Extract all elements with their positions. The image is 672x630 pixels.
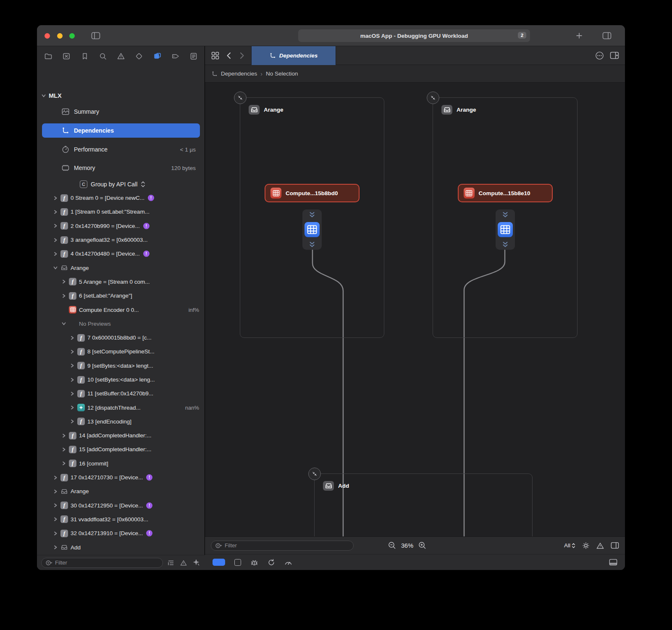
bookmark-icon[interactable] xyxy=(79,50,91,63)
issues-filter-icon[interactable] xyxy=(179,558,188,567)
tree-row[interactable]: f9 [setBytes:<data> lengt... xyxy=(37,359,205,373)
collapse-group-icon[interactable] xyxy=(427,91,439,104)
disclosure-chevron[interactable] xyxy=(53,209,58,214)
new-tab-button[interactable] xyxy=(574,31,585,41)
disclosure-chevron[interactable] xyxy=(41,93,46,98)
sidebar-item-performance[interactable]: Performance < 1 µs xyxy=(42,142,200,157)
more-options-icon[interactable] xyxy=(595,51,604,60)
flatten-list-icon[interactable] xyxy=(166,558,176,567)
settings-gear-icon[interactable] xyxy=(582,542,590,549)
test-diamond-icon[interactable] xyxy=(133,50,145,63)
tree-row[interactable]: f15 [addCompletedHandler:... xyxy=(37,442,205,456)
tree-row[interactable]: f31 vvaddfloat32 = [0x600003... xyxy=(37,512,205,526)
group-box-add[interactable]: Add xyxy=(314,473,533,536)
disclosure-chevron[interactable] xyxy=(61,433,66,438)
tree-row[interactable]: f1 [Stream 0 setLabel:"Stream... xyxy=(37,205,205,219)
tree-row[interactable]: f8 [setComputePipelineSt... xyxy=(37,345,205,358)
double-chevron-down-icon[interactable] xyxy=(502,212,509,218)
toggle-sidebar-icon[interactable] xyxy=(90,31,101,41)
runtime-warning-icon[interactable]: ! xyxy=(146,474,152,481)
disclosure-chevron[interactable] xyxy=(70,349,75,354)
gpu-trace-icon[interactable] xyxy=(151,50,164,63)
tree-row[interactable]: f7 0x6000015b8bd0 = [c... xyxy=(37,331,205,345)
disclosure-chevron[interactable] xyxy=(70,419,75,424)
tag-icon[interactable] xyxy=(169,50,182,63)
disclosure-chevron[interactable] xyxy=(53,238,58,243)
tree-row[interactable]: f6 [setLabel:"Arange"] xyxy=(37,289,205,303)
issues-warning-icon[interactable] xyxy=(596,542,604,549)
compute-node[interactable]: Compute...15b8bd0 xyxy=(265,184,360,202)
buffer-grid-icon[interactable] xyxy=(304,222,320,237)
tree-row[interactable]: f17 0x142710730 = [Device...! xyxy=(37,471,205,484)
disclosure-chevron[interactable] xyxy=(53,475,58,480)
close-window-button[interactable] xyxy=(45,33,50,39)
tree-row[interactable]: No Previews xyxy=(37,317,205,331)
group-by-api-call-control[interactable]: C Group by API Call xyxy=(42,177,200,191)
runtime-warning-icon[interactable]: ! xyxy=(143,223,150,229)
tree-row[interactable]: f5 Arange = [Stream 0 com... xyxy=(37,275,205,289)
canvas-filter-input[interactable]: Filter xyxy=(211,541,354,551)
runtime-warning-icon[interactable]: ! xyxy=(143,251,150,257)
disclosure-chevron[interactable] xyxy=(53,251,58,256)
clear-square-icon[interactable] xyxy=(60,50,73,63)
tree-row[interactable]: Add xyxy=(37,540,205,554)
window-title-pill[interactable]: macOS App - Debugging GPU Workload 2 xyxy=(298,29,530,42)
tab-dependencies[interactable]: Dependencies xyxy=(251,46,336,65)
tree-row[interactable]: f2 0x14270b990 = [Device...! xyxy=(37,219,205,233)
breadcrumb-item[interactable]: Dependencies xyxy=(221,71,257,77)
debug-bug-icon[interactable] xyxy=(250,559,258,566)
collapse-group-icon[interactable] xyxy=(308,468,321,480)
group-box-arange-1[interactable]: Arange Compute...15b8bd0 xyxy=(240,97,384,338)
disclosure-chevron[interactable] xyxy=(61,447,66,452)
buffer-grid-icon[interactable] xyxy=(498,222,513,237)
disclosure-chevron[interactable] xyxy=(61,461,66,466)
sidebar-item-dependencies[interactable]: Dependencies xyxy=(42,123,200,138)
sidebar-item-summary[interactable]: Summary xyxy=(42,104,200,119)
runtime-warning-icon[interactable]: ! xyxy=(146,502,152,509)
disclosure-chevron[interactable] xyxy=(61,293,66,298)
tree-row[interactable]: f4 0x14270d480 = [Device...! xyxy=(37,247,205,261)
zoom-window-button[interactable] xyxy=(69,33,75,39)
disclosure-chevron[interactable] xyxy=(53,531,58,536)
bottom-panel-toggle-icon[interactable] xyxy=(609,559,617,566)
zoom-level[interactable]: 36% xyxy=(401,542,413,549)
disclosure-chevron[interactable] xyxy=(53,223,58,228)
tree-row[interactable]: f14 [addCompletedHandler:... xyxy=(37,429,205,442)
disclosure-chevron[interactable] xyxy=(53,489,58,494)
disclosure-chevron[interactable] xyxy=(70,377,75,382)
disclosure-chevron[interactable] xyxy=(61,279,66,284)
runtime-warning-icon[interactable]: ! xyxy=(148,195,154,201)
zoom-in-icon[interactable] xyxy=(418,541,426,549)
runtime-issues-icon[interactable] xyxy=(192,558,201,567)
restart-icon[interactable] xyxy=(268,559,275,566)
issues-icon[interactable] xyxy=(115,50,127,63)
disclosure-chevron[interactable] xyxy=(53,503,58,508)
sidebar-filter-input[interactable]: Filter xyxy=(41,558,163,568)
graph-view-button[interactable] xyxy=(213,559,225,566)
double-chevron-down-icon[interactable] xyxy=(309,212,315,218)
tree-row[interactable]: f32 0x142713910 = [Device...! xyxy=(37,526,205,540)
folder-icon[interactable] xyxy=(42,50,55,63)
scope-selector[interactable]: All xyxy=(564,542,575,549)
tree-row[interactable]: f13 [endEncoding] xyxy=(37,415,205,429)
disclosure-chevron[interactable] xyxy=(70,405,75,410)
tree-row[interactable]: f30 0x142712950 = [Device...! xyxy=(37,499,205,512)
tree-row[interactable]: Arange xyxy=(37,261,205,274)
search-icon[interactable] xyxy=(97,50,109,63)
tree-row[interactable]: 12 [dispatchThread...nan% xyxy=(37,400,205,414)
double-chevron-down-icon[interactable] xyxy=(502,241,509,248)
tree-row[interactable]: f0 Stream 0 = [Device newC...! xyxy=(37,191,205,205)
report-list-icon[interactable] xyxy=(187,50,200,63)
disclosure-chevron[interactable] xyxy=(70,363,75,368)
disclosure-chevron[interactable] xyxy=(53,517,58,522)
performance-gauge-icon[interactable] xyxy=(284,559,292,566)
tree-row[interactable]: f11 [setBuffer:0x14270b9... xyxy=(37,387,205,400)
zoom-out-icon[interactable] xyxy=(388,541,396,549)
disclosure-chevron[interactable] xyxy=(53,196,58,201)
sidebar-item-memory[interactable]: Memory 120 bytes xyxy=(42,160,200,175)
right-panel-icon[interactable] xyxy=(611,542,619,549)
collapse-group-icon[interactable] xyxy=(234,91,247,104)
disclosure-chevron[interactable] xyxy=(70,335,75,340)
tab-overview-icon[interactable] xyxy=(208,46,222,65)
compute-node[interactable]: Compute...15b8e10 xyxy=(458,184,553,202)
